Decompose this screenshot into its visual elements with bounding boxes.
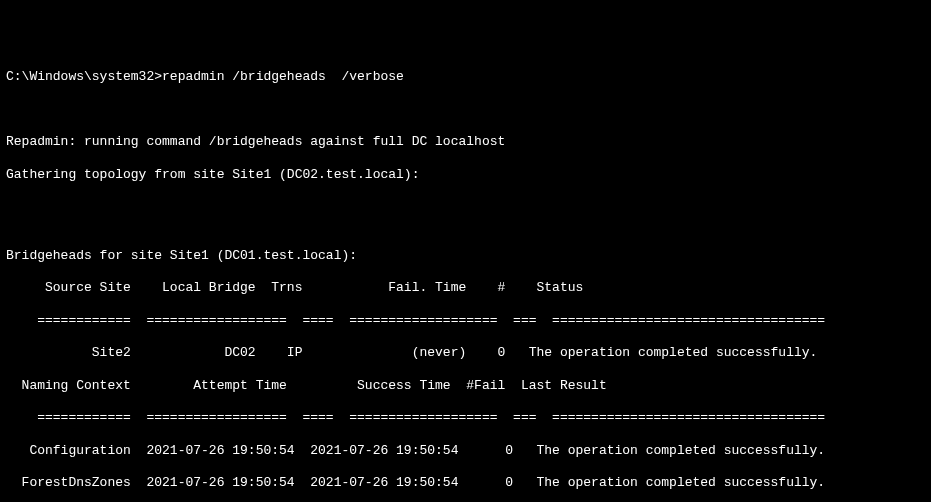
- blank-line: [6, 102, 925, 118]
- blank-line: [6, 199, 925, 215]
- block-title-0: Bridgeheads for site Site1 (DC01.test.lo…: [6, 248, 925, 264]
- prompt-line: C:\Windows\system32>repadmin /bridgehead…: [6, 69, 925, 85]
- table-row: Configuration 2021-07-26 19:50:54 2021-0…: [6, 443, 925, 459]
- banner-line-0: Repadmin: running command /bridgeheads a…: [6, 134, 925, 150]
- nc-header: Naming Context Attempt Time Success Time…: [6, 378, 925, 394]
- table-row: ForestDnsZones 2021-07-26 19:50:54 2021-…: [6, 475, 925, 491]
- summary-row-0: Site2 DC02 IP (never) 0 The operation co…: [6, 345, 925, 361]
- separator: ============ ================== ==== ===…: [6, 313, 925, 329]
- column-header: Source Site Local Bridge Trns Fail. Time…: [6, 280, 925, 296]
- banner-line-1: Gathering topology from site Site1 (DC02…: [6, 167, 925, 183]
- separator: ============ ================== ==== ===…: [6, 410, 925, 426]
